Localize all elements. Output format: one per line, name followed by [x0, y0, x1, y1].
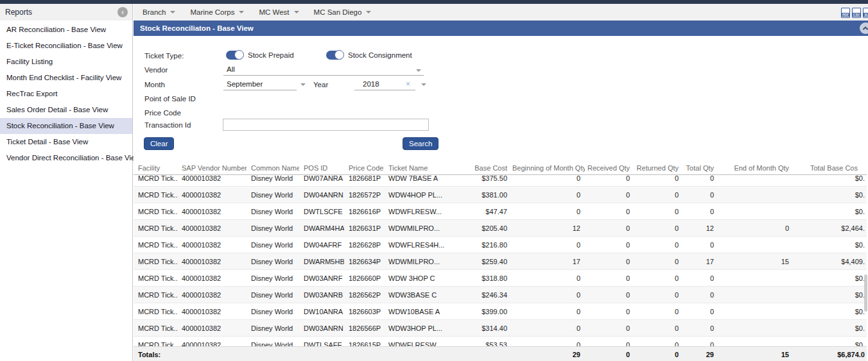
column-header[interactable]: Returned Qty: [634, 164, 683, 172]
ticket-type-row: Ticket Type: Stock Prepaid Stock Consign…: [134, 51, 868, 62]
sidebar-item[interactable]: Vendor Direct Reconciliation - Base View: [0, 150, 132, 166]
chevron-down-icon: [239, 11, 244, 13]
cell: 0: [585, 308, 634, 315]
transaction-id-input[interactable]: [223, 119, 429, 131]
cell: MCRD Tick...: [134, 291, 177, 299]
table-row[interactable]: MCRD Tick...4000010382Disney WorldDW03AN…: [134, 287, 867, 303]
table-row[interactable]: MCRD Tick...4000010382Disney WorldDW10AN…: [134, 303, 867, 320]
table-row[interactable]: MCRD Tick...4000010382Disney WorldDWARM5…: [134, 253, 867, 270]
year-select[interactable]: 2018 ×: [354, 80, 415, 90]
column-header[interactable]: Facility: [134, 164, 177, 172]
csv-export-icon[interactable]: CSV: [852, 8, 861, 18]
sidebar-item[interactable]: Ticket Detail - Base View: [0, 134, 132, 150]
pdf-export-icon[interactable]: PDF: [841, 8, 850, 18]
cell: 0: [512, 274, 585, 282]
stock-prepaid-label: Stock Prepaid: [248, 51, 294, 60]
cell: 0: [634, 341, 683, 347]
sidebar-item[interactable]: Stock Reconciliation - Base View: [0, 118, 132, 134]
cell: 1826566P: [344, 324, 384, 332]
sidebar-item[interactable]: RecTrac Export: [0, 86, 132, 102]
cell: $381.00: [453, 191, 512, 199]
table-row[interactable]: MCRD Tick...4000010382Disney WorldDWTLSA…: [134, 337, 867, 346]
cell: 0: [634, 308, 683, 315]
cell: MCRD Tick...: [134, 324, 177, 332]
column-header[interactable]: Common Name: [247, 164, 299, 172]
column-header[interactable]: SAP Vendor Number: [177, 164, 247, 172]
chevron-up-icon[interactable]: [860, 22, 868, 34]
vendor-value: All: [223, 65, 424, 74]
column-header[interactable]: Total Base Cos: [794, 164, 867, 172]
cell: $0.: [794, 208, 867, 215]
cell: Disney World: [247, 308, 299, 315]
totals-cell: 0: [585, 351, 634, 358]
cell: $0.: [794, 341, 867, 347]
sidebar-item[interactable]: Month End Checklist - Facility View: [0, 70, 132, 86]
cell: 0: [585, 191, 634, 199]
column-header[interactable]: Total Qty: [683, 164, 718, 172]
breadcrumb-dropdown[interactable]: MC West: [259, 8, 299, 16]
cell: 0: [634, 274, 683, 282]
search-button[interactable]: Search: [403, 137, 438, 150]
table-row[interactable]: MCRD Tick...4000010382Disney WorldDWARM4…: [134, 220, 867, 237]
totals-cell: 29: [512, 351, 585, 358]
cell: DW03ANRF: [299, 274, 344, 282]
stock-prepaid-toggle[interactable]: [226, 51, 243, 60]
cell: $314.40: [453, 324, 512, 332]
cell: 0: [683, 208, 718, 215]
breadcrumbs: BranchMarine CorpsMC WestMC San Diego: [143, 8, 386, 16]
column-header[interactable]: Received Qty: [585, 164, 634, 172]
sidebar-item[interactable]: E-Ticket Reconciliation - Base View: [0, 38, 132, 54]
breadcrumb-dropdown[interactable]: Branch: [143, 8, 175, 16]
vertical-scrollbar-thumb[interactable]: [864, 274, 867, 312]
column-header[interactable]: POS ID: [299, 164, 344, 172]
clear-x-icon[interactable]: ×: [406, 80, 410, 88]
month-select[interactable]: September: [223, 80, 297, 90]
cell: $216.80: [453, 241, 512, 249]
table-row[interactable]: MCRD Tick...4000010382Disney WorldDWTLSC…: [134, 203, 867, 220]
cell: MCRD Tick...: [134, 191, 177, 199]
column-header[interactable]: Price Code: [344, 164, 384, 172]
table-row[interactable]: MCRD Tick...4000010382Disney WorldDW03AN…: [134, 270, 867, 287]
breadcrumb-dropdown[interactable]: MC San Diego: [314, 8, 372, 16]
table-row[interactable]: MCRD Tick...4000010382Disney WorldDW04AN…: [134, 187, 867, 203]
column-header[interactable]: Ticket Name: [384, 164, 453, 172]
clear-button[interactable]: Clear: [144, 137, 174, 150]
cell: 0: [634, 224, 683, 232]
chevron-down-icon[interactable]: [300, 83, 306, 86]
stock-consignment-toggle[interactable]: [326, 51, 343, 60]
cell: 4000010382: [177, 341, 247, 347]
cell: 0: [683, 308, 718, 315]
breadcrumb-dropdown[interactable]: Marine Corps: [190, 8, 244, 16]
column-header[interactable]: End of Month Qty: [718, 164, 794, 172]
cell: 0: [512, 175, 585, 182]
cell: 0: [585, 224, 634, 232]
chevron-down-icon[interactable]: [421, 83, 426, 86]
report-list: AR Reconciliation - Base ViewE-Ticket Re…: [0, 21, 132, 166]
cell: 0: [585, 175, 634, 182]
cell: WDW 3HOP C: [384, 274, 453, 282]
sidebar-item[interactable]: Facility Listing: [0, 54, 132, 70]
chevron-left-icon[interactable]: ‹: [117, 7, 128, 17]
column-header[interactable]: Beginning of Month Qty: [512, 164, 585, 172]
table-row[interactable]: MCRD Tick...4000010382Disney WorldDW04AF…: [134, 237, 867, 253]
xls-export-icon[interactable]: XLS: [863, 8, 868, 18]
vendor-select[interactable]: All: [223, 65, 424, 76]
sidebar-item[interactable]: Sales Order Detail - Base View: [0, 102, 132, 118]
cell: 0: [683, 191, 718, 199]
cell: 4000010382: [177, 291, 247, 299]
cell: DW03ANRB: [299, 291, 344, 299]
year-label: Year: [313, 80, 328, 90]
cell: 4000010382: [177, 224, 247, 232]
export-buttons: PDFCSVXLS: [841, 8, 868, 18]
transaction-id-label: Transaction Id: [144, 120, 191, 130]
main-panel: BranchMarine CorpsMC WestMC San Diego PD…: [134, 4, 868, 361]
column-header[interactable]: Base Cost: [453, 164, 512, 172]
cell: $318.80: [453, 274, 512, 282]
table-row[interactable]: MCRD Tick...4000010382Disney WorldDW07AN…: [134, 175, 867, 187]
sidebar-item[interactable]: AR Reconciliation - Base View: [0, 22, 132, 38]
cell: 0: [585, 258, 634, 265]
cell: Disney World: [247, 258, 299, 265]
cell: 1826660P: [344, 274, 384, 282]
table-row[interactable]: MCRD Tick...4000010382Disney WorldDW03AN…: [134, 320, 867, 337]
cell: MCRD Tick...: [134, 308, 177, 315]
